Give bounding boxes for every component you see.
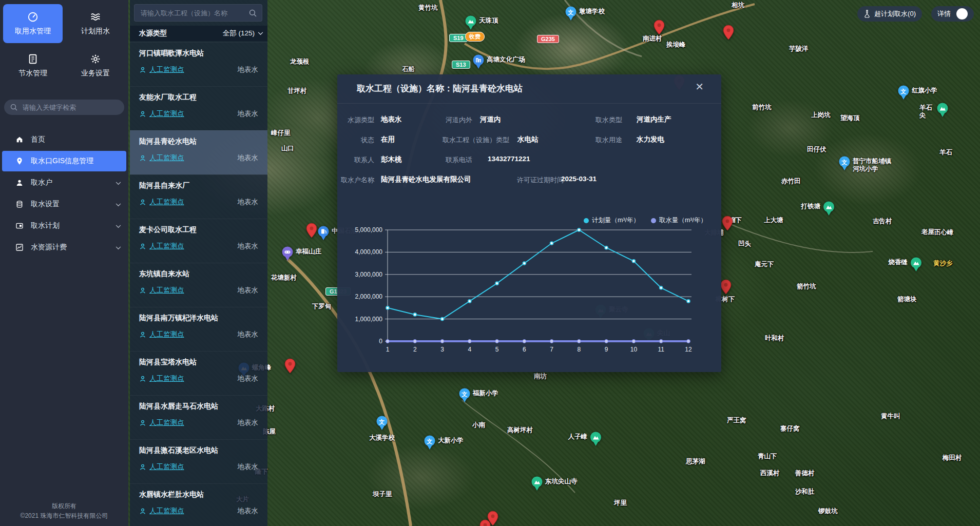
search-icon[interactable] [249, 9, 257, 17]
intake-series-point[interactable] [550, 340, 553, 343]
manual-monitor-link[interactable]: 人工监测点 [149, 506, 184, 516]
x-tick-label: 3 [440, 346, 444, 353]
plan-series-point[interactable] [441, 318, 444, 321]
red-pin-marker[interactable] [284, 358, 296, 376]
intake-series-point[interactable] [605, 340, 608, 343]
sidebar-item-2[interactable]: 取水户 [0, 172, 128, 193]
intake-series-point[interactable] [386, 340, 390, 343]
legend-item-1[interactable]: 取水量（m³/年） [651, 216, 707, 225]
map-poi-green[interactable]: 东坑尖山寺 [531, 476, 580, 493]
detail-toggle[interactable]: 详情 [931, 6, 974, 22]
plan-series-point[interactable] [495, 282, 498, 285]
facility-list-item[interactable]: 陆河县青砼水电站人工监测点地表水 [130, 130, 267, 174]
filter-value-dropdown[interactable]: 全部 (125) [223, 29, 263, 38]
facility-name: 陆河县激石溪老区水电站 [139, 446, 218, 455]
facility-list-item[interactable]: 友能水厂取水工程人工监测点地表水 [130, 86, 267, 130]
facility-list-item[interactable]: 河口镇唱歌潭水电站人工监测点地表水 [130, 42, 267, 86]
plan-series-point[interactable] [550, 242, 553, 245]
intake-series-point[interactable] [632, 340, 636, 343]
red-pin-marker[interactable] [720, 279, 732, 297]
sidebar-search[interactable] [4, 100, 124, 115]
map-poi-green[interactable]: 羊石尖 [917, 103, 949, 120]
manual-monitor-link[interactable]: 人工监测点 [149, 65, 184, 74]
plan-series-point[interactable] [468, 300, 471, 303]
map-poi-green[interactable]: 烧香缝 [887, 257, 923, 274]
intake-series-point[interactable] [413, 340, 417, 343]
sidebar-item-1[interactable]: 取水口GIS信息管理 [2, 151, 126, 171]
manual-monitor-link[interactable]: 人工监测点 [149, 418, 184, 427]
intake-series-point[interactable] [687, 340, 690, 343]
legend-item-0[interactable]: 计划量（m³/年） [584, 216, 640, 225]
sidebar-item-4[interactable]: 取水计划 [0, 216, 128, 236]
legend-dot [651, 218, 656, 223]
red-pin-marker[interactable] [723, 25, 734, 42]
manual-monitor-link[interactable]: 人工监测点 [149, 374, 184, 383]
manual-monitor-link[interactable]: 人工监测点 [149, 109, 184, 119]
map-poi-green[interactable]: 打铁塘 [799, 201, 835, 218]
intake-series-point[interactable] [495, 340, 499, 343]
map-poi-building[interactable]: 高塘文化广场 [472, 54, 527, 71]
sidebar-item-5[interactable]: 水资源计费 [0, 237, 128, 258]
plan-series-point[interactable] [605, 246, 608, 249]
facility-list-item[interactable]: 陆河县宝塔水电站人工监测点地表水 [130, 351, 267, 395]
y-tick-label: 0 [379, 338, 382, 345]
intake-series-point[interactable] [440, 340, 444, 343]
map-poi-purple[interactable]: 幸福山庄 [281, 246, 323, 263]
app-tile-2[interactable]: 节水管理 [3, 46, 63, 85]
map-place-label: 坝子里 [373, 491, 392, 499]
intake-series-point[interactable] [523, 340, 526, 343]
map-poi-school[interactable]: 文福新小学 [458, 388, 501, 405]
sidebar-item-3[interactable]: 取水设置 [0, 194, 128, 215]
red-pin-marker[interactable] [654, 20, 665, 37]
facility-list-item[interactable]: 陆河县水唇走马石水电站人工监测点地表水 [130, 395, 267, 439]
map-poi-school[interactable]: 文大溪学校 [367, 416, 397, 442]
manual-monitor-link[interactable]: 人工监测点 [149, 153, 184, 163]
facility-search[interactable] [134, 4, 262, 22]
close-icon[interactable]: ✕ [695, 82, 704, 92]
map-poi-green[interactable]: 天珠顶 [465, 15, 501, 32]
topbar: 超计划取水(0) 详情 [857, 6, 974, 22]
facility-list-item[interactable]: 陆河县自来水厂人工监测点地表水 [130, 174, 267, 219]
manual-monitor-link[interactable]: 人工监测点 [149, 286, 184, 295]
plan-series-point[interactable] [413, 313, 416, 316]
map-poi-school[interactable]: 文墩塘学校 [565, 6, 607, 23]
toggle-knob[interactable] [956, 8, 968, 20]
red-pin-marker[interactable] [722, 216, 733, 233]
red-pin-marker[interactable] [479, 519, 491, 526]
manual-monitor-link[interactable]: 人工监测点 [149, 242, 184, 251]
app-tile-3[interactable]: 业务设置 [66, 46, 125, 85]
facility-list-item[interactable]: 东坑镇自来水站人工监测点地表水 [130, 263, 267, 307]
map-poi-green[interactable]: 人子嶂 [566, 432, 602, 449]
intake-series-point[interactable] [659, 340, 663, 343]
plan-series-point[interactable] [687, 300, 690, 303]
facility-list-item[interactable]: 陆河县激石溪老区水电站人工监测点地表水 [130, 439, 267, 483]
plan-series-point[interactable] [523, 262, 526, 265]
map-poi-school[interactable]: 文普宁市船埔镇 河坑小学 [838, 156, 893, 173]
intake-series-point[interactable] [577, 340, 581, 343]
manual-monitor-link[interactable]: 人工监测点 [149, 330, 184, 339]
red-pin-marker[interactable] [306, 223, 317, 240]
field-label: 状态 [337, 135, 374, 145]
over-plan-alert-button[interactable]: 超计划取水(0) [857, 6, 922, 22]
sidebar-item-0[interactable]: 首页 [0, 129, 128, 150]
map-poi-school[interactable]: 文大新小学 [424, 435, 466, 452]
intake-series-point[interactable] [468, 340, 471, 343]
manual-monitor-link[interactable]: 人工监测点 [149, 198, 184, 207]
sidebar-search-input[interactable] [22, 103, 118, 112]
plan-series-point[interactable] [386, 306, 389, 309]
facility-list-item[interactable]: 陆河县南万镇杞洋水电站人工监测点地表水 [130, 307, 267, 351]
facility-list-item[interactable]: 水唇镇水栏肚水电站人工监测点地表水 [130, 483, 267, 526]
plan-series-point[interactable] [660, 286, 663, 289]
facility-search-input[interactable] [140, 9, 249, 17]
app-tile-1[interactable]: 计划用水 [66, 4, 125, 43]
water-source-tag: 地表水 [238, 506, 259, 516]
facility-list-item[interactable]: 麦卡公司取水工程人工监测点地表水 [130, 219, 267, 263]
app-tile-0[interactable]: 取用水管理 [3, 4, 63, 43]
manual-monitor-link[interactable]: 人工监测点 [149, 462, 184, 472]
facility-detail-modal: 取水工程（设施）名称：陆河县青砼水电站 ✕ 水源类型地表水河道内外河道内取水类型… [337, 74, 721, 372]
plan-series-point[interactable] [578, 228, 581, 231]
user-icon [15, 179, 24, 187]
plan-series-point[interactable] [632, 260, 635, 263]
map-poi-school[interactable]: 文红旗小学 [897, 85, 939, 102]
gear-icon [90, 53, 101, 65]
